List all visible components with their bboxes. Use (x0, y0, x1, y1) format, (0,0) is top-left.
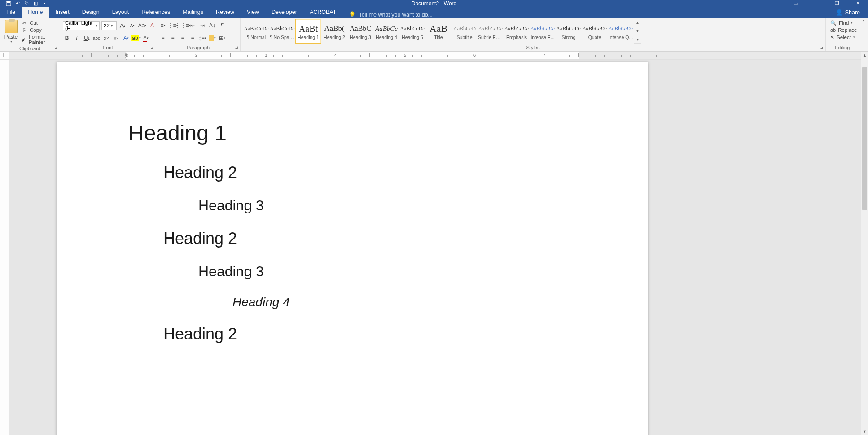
styles-row-up[interactable]: ▲ (634, 19, 641, 27)
qat-customize-icon[interactable]: ▾ (41, 0, 48, 7)
tab-developer[interactable]: Developer (265, 7, 303, 18)
tab-references[interactable]: References (135, 7, 176, 18)
clear-formatting-button[interactable]: A (148, 21, 156, 30)
share-button[interactable]: 👤 Share (830, 7, 865, 18)
collapse-ribbon-button[interactable]: ˄ (859, 18, 868, 51)
sort-button[interactable]: A↓ (208, 21, 216, 30)
style-heading-1[interactable]: AaBtHeading 1 (295, 19, 321, 44)
align-right-button[interactable]: ≡ (179, 34, 187, 43)
vertical-ruler[interactable] (0, 60, 9, 435)
ruler-minor-tick (343, 55, 343, 57)
align-left-button[interactable]: ≡ (159, 34, 167, 43)
multilevel-list-button[interactable]: ⋮⋮≡▾ (179, 21, 187, 30)
paste-button[interactable]: Paste ▾ (3, 19, 19, 44)
format-painter-button[interactable]: 🖌Format Painter (21, 34, 57, 45)
vertical-scrollbar[interactable]: ▲ ▼ (861, 52, 868, 435)
minimize-icon[interactable]: ― (806, 0, 827, 7)
paragraph-dialog-launcher[interactable]: ◢ (233, 44, 239, 50)
doc-h2[interactable]: Heading 2 (163, 325, 648, 344)
doc-h1[interactable]: Heading 1 (128, 121, 648, 145)
justify-button[interactable]: ≡ (189, 34, 197, 43)
ribbon-options-icon[interactable]: ▭ (785, 0, 806, 7)
doc-h2[interactable]: Heading 2 (163, 229, 648, 248)
close-icon[interactable]: ✕ (847, 0, 868, 7)
tab-view[interactable]: View (241, 7, 265, 18)
superscript-button[interactable]: x2 (112, 34, 120, 43)
style-intense-e-[interactable]: AaBbCcDcIntense E... (530, 19, 556, 44)
tab-layout[interactable]: Layout (106, 7, 136, 18)
select-button[interactable]: ↖Select▾ (830, 34, 854, 40)
left-indent[interactable]: △ (125, 51, 128, 55)
font-name-combo[interactable]: Calibri Light (H▾ (63, 21, 100, 30)
styles-dialog-launcher[interactable]: ◢ (819, 44, 824, 50)
scroll-thumb[interactable] (862, 67, 867, 210)
style-emphasis[interactable]: AaBbCcDcEmphasis (504, 19, 530, 44)
tab-acrobat[interactable]: ACROBAT (303, 7, 343, 18)
tell-me-search[interactable]: 💡 Tell me what you want to do... (342, 11, 433, 18)
replace-button[interactable]: abReplace (830, 27, 854, 33)
doc-h2[interactable]: Heading 2 (163, 163, 648, 182)
undo-icon[interactable]: ↶ (14, 0, 21, 7)
ruler-minor-tick (178, 55, 178, 57)
tab-review[interactable]: Review (210, 7, 241, 18)
document-canvas[interactable]: Heading 1Heading 2Heading 3Heading 2Head… (9, 60, 861, 435)
font-dialog-launcher[interactable]: ◢ (149, 44, 155, 50)
find-button[interactable]: 🔍Find▾ (830, 20, 854, 26)
tab-home[interactable]: Home (22, 7, 49, 18)
line-spacing-button[interactable]: ‡≡▾ (198, 34, 206, 43)
style-heading-5[interactable]: AaBbCcDcHeading 5 (399, 19, 425, 44)
align-center-button[interactable]: ≡ (169, 34, 177, 43)
tab-insert[interactable]: Insert (49, 7, 76, 18)
tab-mailings[interactable]: Mailings (176, 7, 210, 18)
font-size-combo[interactable]: 22▾ (101, 21, 117, 30)
subscript-button[interactable]: x2 (102, 34, 110, 43)
bold-button[interactable]: B (63, 34, 71, 43)
save-icon[interactable] (5, 0, 12, 7)
scroll-up-button[interactable]: ▲ (861, 52, 868, 59)
cut-button[interactable]: ✂Cut (21, 20, 57, 26)
styles-more[interactable]: ▾ (634, 35, 641, 44)
italic-button[interactable]: I (73, 34, 81, 43)
style-intense-q-[interactable]: AaBbCcDcIntense Q... (608, 19, 634, 44)
shading-button[interactable]: ▾ (208, 34, 216, 43)
account-name[interactable] (794, 7, 830, 18)
redo-icon[interactable]: ↻ (23, 0, 30, 7)
highlight-button[interactable]: ab▾ (132, 34, 140, 43)
restore-icon[interactable]: ❐ (827, 0, 847, 7)
style-title[interactable]: AaBTitle (425, 19, 452, 44)
shrink-font-button[interactable]: A▾ (128, 21, 136, 30)
style-heading-2[interactable]: AaBb(Heading 2 (321, 19, 347, 44)
strikethrough-button[interactable]: abc (92, 34, 101, 43)
underline-button[interactable]: U▾ (83, 34, 91, 43)
tab-file[interactable]: File (0, 7, 22, 18)
scroll-down-button[interactable]: ▼ (861, 428, 868, 435)
style--normal[interactable]: AaBbCcDc¶ Normal (243, 19, 269, 44)
styles-row-down[interactable]: ▼ (634, 27, 641, 36)
style-heading-4[interactable]: AaBbCcHeading 4 (373, 19, 399, 44)
font-color-button[interactable]: A▾ (142, 34, 150, 43)
style-heading-3[interactable]: AaBbCHeading 3 (347, 19, 373, 44)
page[interactable]: Heading 1Heading 2Heading 3Heading 2Head… (57, 62, 648, 435)
style-quote[interactable]: AaBbCcDcQuote (582, 19, 608, 44)
copy-button[interactable]: ⎘Copy (21, 27, 57, 33)
ruler-corner[interactable]: L (0, 52, 9, 59)
increase-indent-button[interactable]: ⇥ (198, 21, 206, 30)
doc-h3[interactable]: Heading 3 (198, 197, 648, 214)
text-effects-button[interactable]: A▾ (122, 34, 130, 43)
bullets-button[interactable]: ≡▾ (159, 21, 167, 30)
borders-button[interactable]: ⊞▾ (218, 34, 226, 43)
style-strong[interactable]: AaBbCcDcStrong (556, 19, 582, 44)
style-subtle-em-[interactable]: AaBbCcDcSubtle Em... (478, 19, 504, 44)
horizontal-ruler[interactable]: 1234567◆▽△ (9, 52, 868, 59)
style--no-spac-[interactable]: AaBbCcDc¶ No Spac... (269, 19, 295, 44)
touch-mode-icon[interactable]: ◧ (32, 0, 39, 7)
show-marks-button[interactable]: ¶ (218, 21, 226, 30)
clipboard-dialog-launcher[interactable]: ◢ (53, 44, 59, 50)
tab-design[interactable]: Design (76, 7, 106, 18)
doc-h3[interactable]: Heading 3 (198, 263, 648, 280)
decrease-indent-button[interactable]: ⇤ (189, 21, 197, 30)
style-subtitle[interactable]: AaBbCcDSubtitle (452, 19, 478, 44)
doc-h4[interactable]: Heading 4 (232, 295, 648, 309)
change-case-button[interactable]: Aa▾ (138, 21, 146, 30)
grow-font-button[interactable]: A▴ (118, 21, 127, 30)
